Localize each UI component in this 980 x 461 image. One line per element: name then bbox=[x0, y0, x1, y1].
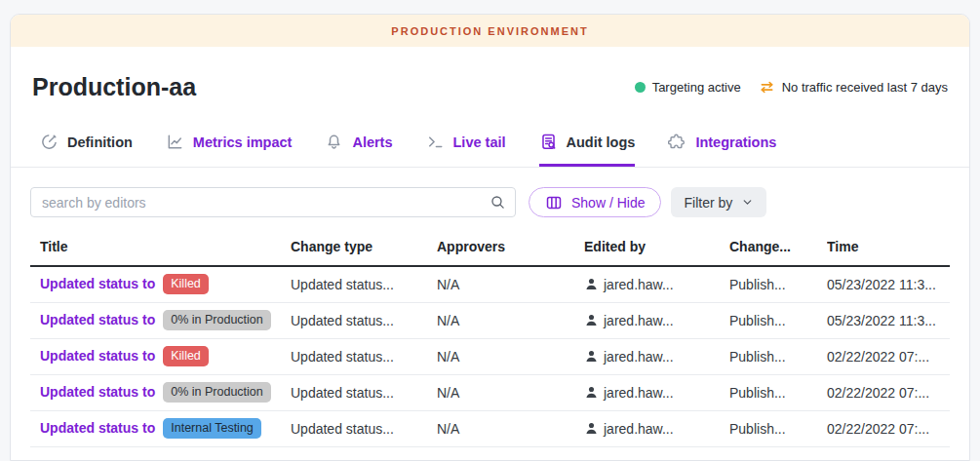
bell-icon bbox=[325, 133, 343, 151]
audit-entry-link[interactable]: Updated status to bbox=[40, 312, 155, 327]
edited-by-value: jared.haw... bbox=[604, 421, 674, 437]
search-icon bbox=[490, 194, 506, 214]
page-header: Production-aa Targeting active No traffi… bbox=[11, 47, 969, 128]
edited-by-cell: jared.haw... bbox=[584, 313, 724, 328]
chevron-down-icon bbox=[741, 196, 754, 209]
column-header-approvers: Approvers bbox=[437, 229, 584, 266]
approvers-cell: N/A bbox=[437, 266, 584, 302]
edited-by-value: jared.haw... bbox=[604, 277, 674, 292]
column-header-change: Change... bbox=[729, 229, 827, 266]
table-row: Updated status toKilled Updated status..… bbox=[30, 338, 950, 374]
tab-integrations[interactable]: Integrations bbox=[668, 133, 776, 167]
status-badge: 0% in Production bbox=[163, 382, 271, 403]
search-wrap bbox=[30, 187, 516, 217]
edited-by-cell: jared.haw... bbox=[584, 349, 724, 365]
green-dot-icon bbox=[635, 82, 646, 93]
status-badge: Internal Testing bbox=[163, 418, 261, 439]
edit-circle-icon bbox=[40, 133, 59, 151]
column-header-time: Time bbox=[827, 229, 950, 266]
columns-icon bbox=[545, 194, 563, 211]
change-cell: Publish... bbox=[729, 266, 827, 302]
time-cell: 05/23/2022 11:3... bbox=[827, 302, 950, 338]
person-icon bbox=[584, 277, 599, 291]
environment-banner-text: PRODUCTION ENVIRONMENT bbox=[391, 25, 588, 37]
audit-entry-link[interactable]: Updated status to bbox=[40, 420, 155, 436]
traffic-status-label: No traffic received last 7 days bbox=[782, 80, 948, 95]
change-cell: Publish... bbox=[729, 374, 827, 410]
approvers-cell: N/A bbox=[437, 374, 584, 410]
change-cell: Publish... bbox=[729, 302, 827, 338]
edited-by-cell: jared.haw... bbox=[584, 277, 724, 292]
change-type-cell: Updated status... bbox=[291, 302, 437, 338]
edited-by-value: jared.haw... bbox=[604, 385, 674, 401]
time-cell: 02/22/2022 07:... bbox=[827, 338, 950, 374]
exchange-arrows-icon bbox=[759, 79, 775, 96]
person-icon bbox=[584, 349, 599, 364]
tab-label: Definition bbox=[67, 134, 133, 150]
puzzle-icon bbox=[668, 133, 686, 151]
change-cell: Publish... bbox=[729, 338, 827, 374]
tab-bar: Definition Metrics impact Alerts bbox=[11, 128, 969, 168]
audit-entry-link[interactable]: Updated status to bbox=[40, 384, 155, 400]
environment-banner: PRODUCTION ENVIRONMENT bbox=[11, 15, 969, 47]
targeting-status-label: Targeting active bbox=[652, 80, 741, 95]
status-indicators: Targeting active No traffic received las… bbox=[635, 79, 948, 96]
traffic-status: No traffic received last 7 days bbox=[759, 79, 948, 96]
status-badge: 0% in Production bbox=[163, 310, 271, 330]
show-hide-label: Show / Hide bbox=[571, 195, 645, 211]
tab-live-tail[interactable]: Live tail bbox=[426, 133, 506, 167]
edited-by-cell: jared.haw... bbox=[584, 385, 724, 401]
time-cell: 02/22/2022 07:... bbox=[827, 410, 950, 446]
tab-definition[interactable]: Definition bbox=[40, 133, 133, 167]
tab-label: Alerts bbox=[352, 134, 392, 150]
search-input[interactable] bbox=[30, 187, 516, 217]
targeting-status: Targeting active bbox=[635, 80, 741, 95]
table-row: Updated status to0% in Production Update… bbox=[30, 302, 950, 338]
person-icon bbox=[584, 421, 599, 436]
change-type-cell: Updated status... bbox=[291, 374, 437, 410]
audit-entry-link[interactable]: Updated status to bbox=[40, 348, 155, 364]
filter-by-button[interactable]: Filter by bbox=[671, 187, 766, 217]
column-header-change-type: Change type bbox=[291, 229, 437, 266]
tab-metrics-impact[interactable]: Metrics impact bbox=[166, 133, 293, 167]
audit-log-table: Title Change type Approvers Edited by Ch… bbox=[11, 217, 969, 447]
approvers-cell: N/A bbox=[437, 338, 584, 374]
change-type-cell: Updated status... bbox=[291, 338, 437, 374]
show-hide-button[interactable]: Show / Hide bbox=[529, 187, 661, 217]
table-row: Updated status toKilled Updated status..… bbox=[30, 266, 950, 302]
status-badge: Killed bbox=[163, 274, 209, 294]
approvers-cell: N/A bbox=[437, 302, 584, 338]
status-badge: Killed bbox=[163, 346, 209, 366]
terminal-icon bbox=[426, 133, 445, 151]
approvers-cell: N/A bbox=[437, 410, 584, 446]
audit-log-toolbar: Show / Hide Filter by bbox=[11, 168, 969, 217]
edited-by-value: jared.haw... bbox=[604, 349, 674, 365]
flag-detail-card: PRODUCTION ENVIRONMENT Production-aa Tar… bbox=[10, 14, 970, 461]
audit-entry-link[interactable]: Updated status to bbox=[40, 276, 155, 291]
page-title: Production-aa bbox=[32, 73, 196, 101]
column-header-edited-by: Edited by bbox=[584, 229, 729, 266]
edited-by-value: jared.haw... bbox=[604, 313, 674, 328]
document-magnifier-icon bbox=[539, 133, 558, 151]
tab-label: Audit logs bbox=[567, 134, 636, 150]
line-chart-icon bbox=[166, 133, 184, 151]
table-row: Updated status toInternal Testing Update… bbox=[30, 410, 950, 446]
time-cell: 05/23/2022 11:3... bbox=[827, 266, 950, 302]
change-type-cell: Updated status... bbox=[291, 266, 437, 302]
tab-alerts[interactable]: Alerts bbox=[325, 133, 392, 167]
tab-label: Integrations bbox=[695, 134, 776, 150]
tab-label: Metrics impact bbox=[193, 134, 293, 150]
edited-by-cell: jared.haw... bbox=[584, 421, 724, 437]
person-icon bbox=[584, 313, 599, 327]
table-row: Updated status to0% in Production Update… bbox=[30, 374, 950, 410]
change-cell: Publish... bbox=[729, 410, 827, 446]
table-header-row: Title Change type Approvers Edited by Ch… bbox=[30, 229, 950, 266]
filter-by-label: Filter by bbox=[684, 195, 732, 211]
time-cell: 02/22/2022 07:... bbox=[827, 374, 950, 410]
tab-label: Live tail bbox=[453, 134, 506, 150]
tab-audit-logs[interactable]: Audit logs bbox=[539, 133, 636, 167]
column-header-title: Title bbox=[30, 229, 291, 266]
change-type-cell: Updated status... bbox=[291, 410, 437, 446]
person-icon bbox=[584, 385, 599, 400]
